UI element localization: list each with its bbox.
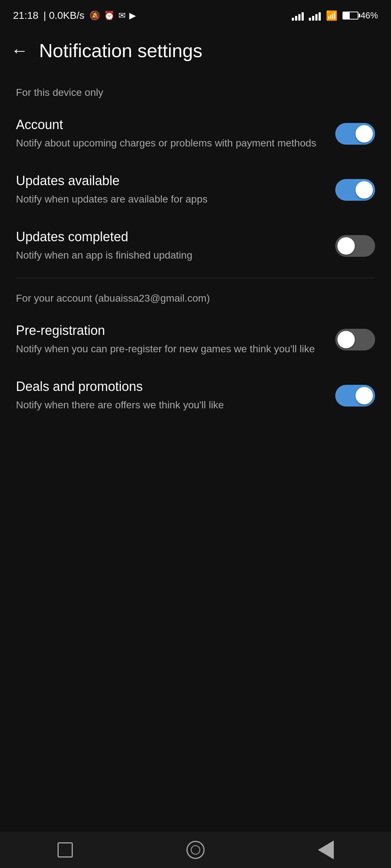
bottom-nav xyxy=(0,832,391,868)
account-toggle[interactable] xyxy=(335,123,375,145)
updates-completed-text: Updates completed Notify when an app is … xyxy=(16,229,335,262)
account-setting[interactable]: Account Notify about upcoming charges or… xyxy=(0,106,391,162)
email-icon: ✉ xyxy=(118,10,126,21)
updates-completed-desc: Notify when an app is finished updating xyxy=(16,248,324,262)
updates-available-toggle-knob xyxy=(356,181,373,199)
pre-registration-toggle-knob xyxy=(337,331,355,348)
pre-registration-setting[interactable]: Pre-registration Notify when you can pre… xyxy=(0,311,391,367)
mute-icon: 🔕 xyxy=(89,10,100,21)
back-nav-button[interactable] xyxy=(308,839,344,861)
pre-registration-text: Pre-registration Notify when you can pre… xyxy=(16,323,335,356)
status-left: 21:18 | 0.0KB/s 🔕 ⏰ ✉ ▶ xyxy=(13,10,136,21)
updates-available-text: Updates available Notify when updates ar… xyxy=(16,173,335,206)
updates-completed-setting[interactable]: Updates completed Notify when an app is … xyxy=(0,218,391,274)
updates-available-title: Updates available xyxy=(16,173,324,188)
pre-registration-title: Pre-registration xyxy=(16,323,324,338)
account-text: Account Notify about upcoming charges or… xyxy=(16,117,335,150)
home-button[interactable] xyxy=(177,839,214,861)
updates-completed-toggle[interactable] xyxy=(335,235,375,257)
account-desc: Notify about upcoming charges or problem… xyxy=(16,136,324,150)
battery-fill xyxy=(343,12,350,19)
deals-promotions-toggle[interactable] xyxy=(335,385,375,407)
account-title: Account xyxy=(16,117,324,132)
signal-bars-2 xyxy=(309,10,321,21)
account-toggle-knob xyxy=(356,125,373,142)
pre-registration-desc: Notify when you can pre-register for new… xyxy=(16,342,324,356)
device-section: For this device only Account Notify abou… xyxy=(0,76,391,274)
device-section-label: For this device only xyxy=(0,76,391,106)
updates-completed-title: Updates completed xyxy=(16,229,324,244)
deals-promotions-setting[interactable]: Deals and promotions Notify when there a… xyxy=(0,367,391,424)
alarm-icon: ⏰ xyxy=(104,10,115,21)
deals-promotions-text: Deals and promotions Notify when there a… xyxy=(16,379,335,412)
page-header: ← Notification settings xyxy=(0,29,391,69)
account-section-label: For your account (abuaissa23@gmail.com) xyxy=(0,282,391,311)
network-speed: | 0.0KB/s xyxy=(43,10,84,21)
battery-percent: 46% xyxy=(361,10,378,21)
deals-promotions-desc: Notify when there are offers we think yo… xyxy=(16,398,324,412)
updates-available-setting[interactable]: Updates available Notify when updates ar… xyxy=(0,162,391,218)
back-nav-icon xyxy=(318,841,334,859)
updates-available-toggle[interactable] xyxy=(335,179,375,201)
back-button[interactable]: ← xyxy=(11,42,28,59)
page-title: Notification settings xyxy=(39,40,202,61)
battery-container: 46% xyxy=(342,10,378,21)
account-section: For your account (abuaissa23@gmail.com) … xyxy=(0,282,391,424)
updates-available-desc: Notify when updates are available for ap… xyxy=(16,192,324,206)
recent-apps-button[interactable] xyxy=(47,839,83,861)
status-right: 📶 46% xyxy=(292,10,378,21)
wifi-icon: 📶 xyxy=(326,10,337,21)
battery-icon xyxy=(342,12,358,20)
signal-bars-1 xyxy=(292,10,304,21)
settings-content: For this device only Account Notify abou… xyxy=(0,69,391,431)
deals-promotions-toggle-knob xyxy=(356,387,373,404)
pre-registration-toggle[interactable] xyxy=(335,329,375,350)
updates-completed-toggle-knob xyxy=(337,237,355,255)
section-divider xyxy=(16,278,375,278)
youtube-icon: ▶ xyxy=(129,10,136,21)
recent-apps-icon xyxy=(58,842,73,858)
deals-promotions-title: Deals and promotions xyxy=(16,379,324,394)
status-icons: 🔕 ⏰ ✉ ▶ xyxy=(89,10,136,21)
home-icon xyxy=(186,841,205,859)
status-bar: 21:18 | 0.0KB/s 🔕 ⏰ ✉ ▶ 📶 46% xyxy=(0,0,391,29)
time-display: 21:18 xyxy=(13,10,38,21)
